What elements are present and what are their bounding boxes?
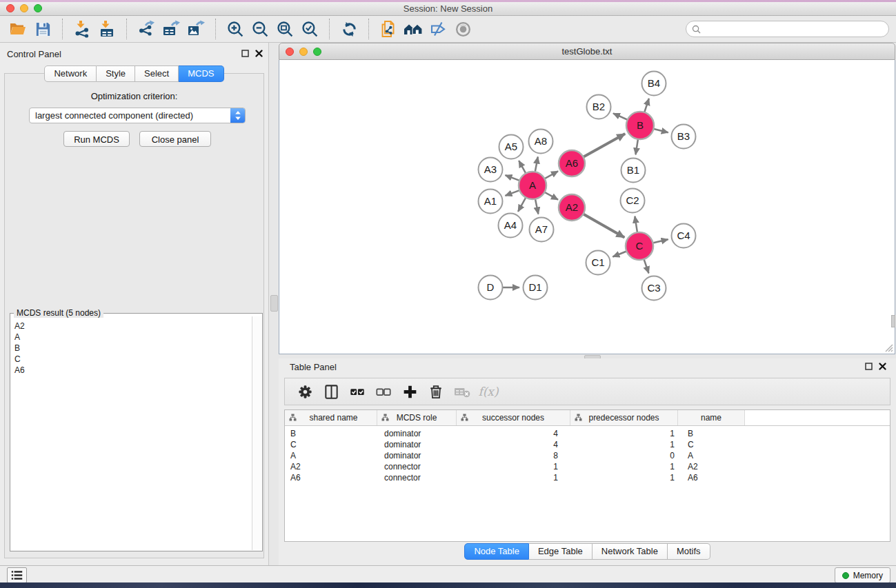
table-row[interactable]: B dominator 4 1 B [285, 428, 890, 439]
import-table-button[interactable] [94, 18, 119, 40]
node-A1[interactable]: A1 [479, 190, 503, 214]
node-B3[interactable]: B3 [672, 125, 696, 149]
tab-edge-table[interactable]: Edge Table [529, 543, 593, 560]
network-view-titlebar[interactable]: testGlobe.txt [279, 43, 895, 60]
export-network-button[interactable] [134, 18, 159, 40]
close-panel-icon[interactable] [255, 50, 263, 57]
result-item[interactable]: B [14, 343, 252, 354]
column-header-shared-name[interactable]: shared name [285, 410, 377, 425]
open-browser-button[interactable] [401, 18, 426, 40]
frame-resize-grip[interactable] [884, 343, 893, 352]
column-header-mcds-role[interactable]: MCDS role [377, 410, 457, 425]
node-A6[interactable]: A6 [559, 150, 585, 176]
tree-icon [461, 414, 468, 421]
export-table-button[interactable] [159, 18, 183, 40]
tab-node-table[interactable]: Node Table [464, 543, 529, 560]
memory-button[interactable]: Memory [835, 567, 890, 583]
divider-grip[interactable] [891, 315, 895, 327]
memory-status-icon [842, 572, 849, 579]
node-C4[interactable]: C4 [672, 224, 696, 248]
search-icon [692, 25, 701, 34]
divider-grip[interactable] [270, 295, 278, 312]
zoom-selected-button[interactable] [297, 18, 322, 40]
zoom-out-button[interactable] [248, 18, 272, 40]
zoom-out-icon [251, 20, 270, 39]
node-A2[interactable]: A2 [559, 194, 585, 221]
node-A4[interactable]: A4 [499, 214, 523, 238]
tab-network-table[interactable]: Network Table [593, 543, 668, 560]
task-history-button[interactable] [7, 567, 27, 583]
result-item[interactable]: A6 [14, 365, 252, 376]
table-row[interactable]: A6 connector 1 1 A6 [285, 472, 890, 483]
run-mcds-button[interactable]: Run MCDS [63, 131, 130, 147]
node-C3[interactable]: C3 [642, 276, 666, 301]
table-settings-button[interactable] [292, 381, 318, 403]
import-network-button[interactable] [70, 18, 94, 40]
close-panel-icon[interactable] [879, 363, 886, 370]
close-panel-button[interactable]: Close panel [139, 131, 211, 147]
node-A[interactable]: A [519, 172, 546, 199]
column-header-name[interactable]: name [678, 410, 745, 425]
column-header-predecessor-nodes[interactable]: predecessor nodes [570, 410, 678, 425]
node-C2[interactable]: C2 [621, 189, 645, 213]
dropdown-stepper-icon [230, 108, 245, 123]
table-row[interactable]: A2 connector 1 1 A2 [285, 461, 890, 472]
node-A3[interactable]: A3 [479, 158, 503, 182]
node-C[interactable]: C [626, 232, 653, 260]
result-list-scrollbar[interactable] [252, 316, 261, 550]
svg-text:A7: A7 [535, 223, 548, 235]
tab-select[interactable]: Select [135, 65, 179, 82]
node-B4[interactable]: B4 [642, 72, 666, 96]
node-B[interactable]: B [626, 112, 654, 139]
table-row[interactable]: A dominator 8 0 A [285, 450, 890, 461]
node-B1[interactable]: B1 [621, 159, 646, 183]
result-item[interactable]: C [14, 354, 252, 365]
toolbar-separator [329, 19, 330, 39]
tab-motifs[interactable]: Motifs [668, 543, 710, 560]
table-row[interactable]: C dominator 4 1 C [285, 439, 890, 450]
float-panel-icon[interactable] [865, 363, 873, 370]
svg-text:A2: A2 [566, 201, 578, 213]
clone-network-button[interactable] [376, 18, 401, 40]
show-graphics-details-button[interactable] [450, 18, 475, 40]
tab-network[interactable]: Network [44, 65, 97, 82]
save-session-button[interactable] [30, 18, 55, 40]
column-header-successor-nodes[interactable]: successor nodes [457, 410, 570, 425]
node-A5[interactable]: A5 [499, 135, 524, 159]
node-A7[interactable]: A7 [530, 218, 554, 242]
toolbar-separator [215, 19, 216, 39]
table-panel-title: Table Panel [290, 362, 337, 372]
deselect-all-button[interactable] [370, 381, 397, 403]
node-A8[interactable]: A8 [529, 130, 553, 154]
tab-mcds[interactable]: MCDS [179, 65, 223, 82]
result-item[interactable]: A [14, 332, 252, 343]
mcds-result-list[interactable]: A2 A B C A6 [11, 318, 252, 550]
zoom-fit-button[interactable] [272, 18, 297, 40]
hide-labels-button[interactable] [426, 18, 450, 40]
node-C1[interactable]: C1 [586, 251, 610, 275]
table-toolbar: f(x) [284, 378, 890, 405]
tab-style[interactable]: Style [97, 65, 135, 82]
network-canvas[interactable]: B4 B2 B B3 A8 A5 A6 A3 B1 A A1 C2 A2 A4 … [279, 60, 895, 354]
svg-text:C1: C1 [591, 256, 604, 268]
zoom-in-button[interactable] [223, 18, 248, 40]
svg-text:B1: B1 [627, 164, 639, 176]
node-B2[interactable]: B2 [587, 95, 611, 119]
criterion-dropdown[interactable]: largest connected component (directed) [29, 108, 246, 123]
search-input[interactable] [701, 21, 888, 37]
delete-column-button[interactable] [423, 381, 449, 403]
refresh-layout-button[interactable] [337, 18, 361, 40]
node-D1[interactable]: D1 [524, 276, 548, 300]
float-panel-icon[interactable] [241, 50, 249, 57]
show-columns-button[interactable] [318, 381, 344, 403]
panel-divider-vertical[interactable] [269, 43, 279, 565]
result-item[interactable]: A2 [14, 321, 252, 332]
delete-table-button[interactable] [449, 381, 475, 403]
import-table-icon [98, 20, 116, 38]
export-image-button[interactable] [183, 18, 208, 40]
add-column-button[interactable] [397, 381, 423, 403]
select-all-button[interactable] [344, 381, 370, 403]
open-session-button[interactable] [6, 18, 30, 40]
node-D[interactable]: D [479, 276, 503, 300]
function-builder-button[interactable]: f(x) [475, 381, 501, 403]
